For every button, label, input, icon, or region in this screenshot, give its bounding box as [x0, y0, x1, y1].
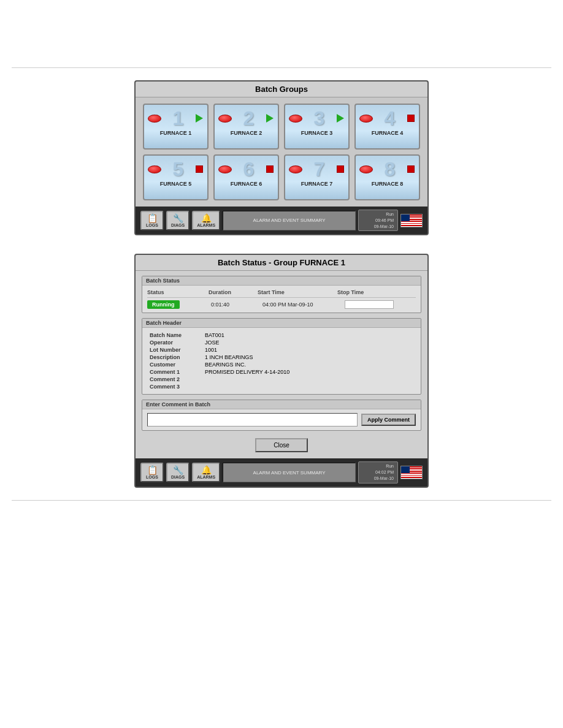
- diags-label-1: DIAGS: [171, 223, 185, 227]
- batch-header-field-value: JOSE: [202, 339, 416, 346]
- diags-button-2[interactable]: 🔧 DIAGS: [166, 463, 190, 482]
- batch-header-field-label: Operator: [147, 339, 202, 346]
- alarms-button-1[interactable]: 🔔 ALARMS: [192, 211, 220, 230]
- furnace-number-6: 6: [232, 159, 266, 179]
- play-icon-1: [196, 114, 203, 123]
- batch-status-section: Batch Status Status Duration Start Time …: [142, 276, 421, 313]
- batch-header-row: Batch NameBAT001: [147, 332, 416, 339]
- batch-header-field-label: Comment 2: [147, 376, 202, 383]
- furnace-label-2: FURNACE 2: [231, 130, 262, 136]
- batch-groups-panel: Batch Groups 1 FURNACE 1: [134, 80, 429, 235]
- status-run-2: Run: [362, 463, 394, 469]
- comment-section: Enter Comment in Batch Apply Comment: [142, 400, 421, 431]
- batch-header-field-value: 1 INCH BEARINGS: [202, 354, 416, 361]
- col-stop-label: Stop Time: [337, 289, 399, 295]
- batch-header-row: Comment 3: [147, 383, 416, 390]
- alarms-label-1: ALARMS: [197, 223, 215, 227]
- furnace-stop-5: [195, 165, 204, 173]
- furnace-label-3: FURNACE 3: [301, 130, 333, 136]
- stop-icon-4: [407, 115, 415, 122]
- alarms-icon-1: 🔔: [201, 214, 212, 222]
- furnace-icon-row-7: 7: [288, 159, 346, 179]
- furnace-pill-8: [359, 165, 373, 173]
- furnace-card-5[interactable]: 5 FURNACE 5: [143, 154, 209, 200]
- status-header-row: Status Duration Start Time Stop Time: [147, 289, 416, 298]
- toolbar-status-1: Run 09:46 PM 09-Mar-10: [358, 210, 398, 231]
- furnace-stop-8: [407, 165, 415, 173]
- close-button[interactable]: Close: [255, 438, 308, 452]
- comment-section-title: Enter Comment in Batch: [142, 400, 421, 409]
- furnace-pill-2: [218, 115, 232, 123]
- batch-header-field-label: Customer: [147, 361, 202, 368]
- batch-header-title: Batch Header: [142, 319, 421, 328]
- diags-button-1[interactable]: 🔧 DIAGS: [166, 211, 190, 230]
- furnace-stop-4: [407, 114, 415, 123]
- panel1-title: Batch Groups: [136, 82, 427, 97]
- stop-icon-7: [337, 165, 344, 173]
- furnace-pill-7: [289, 165, 302, 173]
- furnace-card-2[interactable]: 2 FURNACE 2: [213, 104, 279, 150]
- furnace-stop-7: [336, 165, 345, 173]
- col-duration-label: Duration: [209, 289, 258, 295]
- furnace-number-1: 1: [161, 108, 195, 128]
- logs-label-2: LOGS: [146, 475, 158, 479]
- status-duration: 0:01:40: [211, 301, 260, 308]
- status-start-time: 04:00 PM Mar-09-10: [262, 301, 342, 308]
- batch-header-field-value: [202, 376, 416, 383]
- alarm-summary-1: ALARM AND EVENT SUMMARY: [223, 211, 356, 230]
- batch-status-panel: Batch Status - Group FURNACE 1 Batch Sta…: [134, 254, 429, 487]
- batch-header-field-value: PROMISED DELIVERY 4-14-2010: [202, 368, 416, 376]
- batch-header-row: Description1 INCH BEARINGS: [147, 354, 416, 361]
- furnace-number-2: 2: [232, 108, 266, 128]
- furnace-card-8[interactable]: 8 FURNACE 8: [354, 154, 420, 200]
- batch-header-row: OperatorJOSE: [147, 339, 416, 346]
- col-status-label: Status: [147, 289, 209, 295]
- toolbar-2: 📋 LOGS 🔧 DIAGS 🔔 ALARMS ALARM AND EVENT …: [136, 458, 427, 486]
- furnace-card-7[interactable]: 7 FURNACE 7: [284, 154, 350, 200]
- col-start-label: Start Time: [258, 289, 337, 295]
- apply-comment-button[interactable]: Apply Comment: [361, 414, 416, 426]
- furnace-icon-row-2: 2: [217, 108, 275, 128]
- play-icon-3: [337, 114, 344, 123]
- furnace-number-3: 3: [302, 108, 336, 128]
- furnace-label-4: FURNACE 4: [372, 130, 404, 136]
- furnace-icon-row-4: 4: [358, 108, 416, 128]
- logs-button-1[interactable]: 📋 LOGS: [140, 211, 164, 230]
- logs-button-2[interactable]: 📋 LOGS: [140, 463, 164, 482]
- status-date-1: 09-Mar-10: [362, 224, 394, 230]
- diags-icon-1: 🔧: [173, 214, 183, 222]
- furnace-row-1: 1 FURNACE 1 2: [143, 104, 420, 150]
- furnace-label-6: FURNACE 6: [231, 181, 262, 187]
- flag-canton-2: [401, 466, 410, 473]
- status-date-2: 09-Mar-10: [362, 476, 394, 482]
- batch-status-section-title: Batch Status: [142, 276, 421, 286]
- comment-input[interactable]: [147, 413, 358, 427]
- furnace-card-1[interactable]: 1 FURNACE 1: [143, 104, 209, 150]
- status-time-2: 04:02 PM: [362, 469, 394, 476]
- batch-header-row: Comment 2: [147, 376, 416, 383]
- furnace-card-3[interactable]: 3 FURNACE 3: [284, 104, 350, 150]
- alarms-icon-2: 🔔: [201, 466, 212, 474]
- furnace-stop-6: [266, 165, 274, 173]
- batch-header-field-label: Description: [147, 354, 202, 361]
- batch-header-field-label: Lot Number: [147, 346, 202, 354]
- alarms-button-2[interactable]: 🔔 ALARMS: [192, 463, 220, 482]
- furnace-card-4[interactable]: 4 FURNACE 4: [354, 104, 420, 150]
- diags-icon-2: 🔧: [173, 466, 183, 474]
- furnace-pill-3: [289, 115, 302, 123]
- furnace-card-6[interactable]: 6 FURNACE 6: [213, 154, 279, 200]
- toolbar-status-2: Run 04:02 PM 09-Mar-10: [358, 461, 398, 483]
- furnace-number-7: 7: [302, 159, 336, 179]
- batch-header-section: Batch Header Batch NameBAT001OperatorJOS…: [142, 318, 421, 395]
- furnace-label-8: FURNACE 8: [372, 181, 404, 187]
- comment-row: Apply Comment: [142, 409, 421, 430]
- batch-header-row: Lot Number1001: [147, 346, 416, 354]
- furnace-number-5: 5: [161, 159, 195, 179]
- batch-header-table: Batch NameBAT001OperatorJOSELot Number10…: [147, 332, 416, 390]
- furnace-icon-row-8: 8: [358, 159, 416, 179]
- furnace-icon-row-5: 5: [147, 159, 205, 179]
- stop-icon-5: [196, 165, 203, 173]
- furnace-label-1: FURNACE 1: [160, 130, 192, 136]
- batch-inner: Batch Status Status Duration Start Time …: [136, 271, 427, 458]
- furnace-label-5: FURNACE 5: [160, 181, 192, 187]
